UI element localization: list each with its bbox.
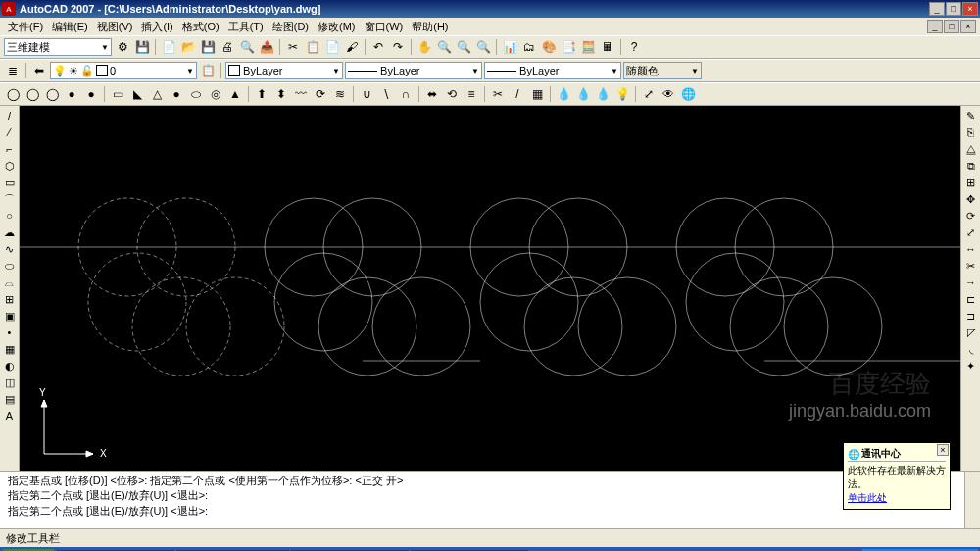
insert-block-icon[interactable]: ⊞ (2, 291, 18, 307)
ellipse-arc-icon[interactable]: ⌓ (2, 275, 18, 290)
subtract-icon[interactable]: ∖ (377, 85, 395, 103)
menu-help[interactable]: 帮助(H) (408, 18, 452, 36)
array-icon[interactable]: ⊞ (963, 175, 979, 190)
3dalign-icon[interactable]: ≡ (463, 85, 480, 103)
offset-icon[interactable]: ⧉ (963, 158, 979, 174)
wedge-icon[interactable]: ◣ (128, 85, 146, 103)
move-icon[interactable]: ✥ (963, 191, 979, 207)
xline-icon[interactable]: ∕ (2, 125, 18, 140)
layer-states-icon[interactable]: 📋 (199, 62, 217, 79)
polygon-icon[interactable]: ⬡ (2, 158, 18, 174)
presspull-icon[interactable]: ⬍ (272, 85, 290, 103)
layer-select[interactable]: 💡 ☀ 🔓 0▼ (50, 62, 197, 79)
plotstyle-select[interactable]: 随颜色▼ (623, 62, 702, 79)
ucs-icon[interactable]: ⤢ (640, 85, 658, 103)
layer-manager-icon[interactable]: ≣ (4, 62, 22, 79)
scale-icon[interactable]: ⤢ (963, 225, 979, 240)
redo-icon[interactable]: ↷ (389, 38, 407, 56)
open-icon[interactable]: 📂 (179, 38, 197, 56)
extend-icon[interactable]: → (963, 275, 979, 290)
loft-icon[interactable]: ≋ (331, 85, 349, 103)
copy-obj-icon[interactable]: ⎘ (963, 125, 979, 140)
workspace-settings-icon[interactable]: ⚙ (114, 38, 131, 56)
explode-icon[interactable]: ✦ (963, 358, 979, 374)
materials-icon[interactable]: 💧 (574, 85, 592, 103)
cut-icon[interactable]: ✂ (284, 38, 302, 56)
circle-icon[interactable]: ○ (2, 208, 18, 224)
rotate-icon[interactable]: ⟳ (963, 208, 979, 224)
workspace-select[interactable]: 三维建模▼ (4, 38, 112, 56)
line-icon[interactable]: / (2, 108, 18, 124)
torus-icon[interactable]: ◎ (207, 85, 224, 103)
matchprop-icon[interactable]: 🖌 (343, 38, 361, 56)
cylinder-icon[interactable]: ⬭ (187, 85, 205, 103)
designcenter-icon[interactable]: 🗂 (520, 38, 538, 56)
markup-icon[interactable]: 🧮 (579, 38, 597, 56)
new-icon[interactable]: 📄 (160, 38, 177, 56)
menu-edit[interactable]: 编辑(E) (48, 18, 92, 36)
3dmove-icon[interactable]: ⬌ (423, 85, 441, 103)
close-button[interactable]: × (962, 2, 978, 16)
extrude-icon[interactable]: ⬆ (253, 85, 270, 103)
calculator-icon[interactable]: 🖩 (599, 38, 616, 56)
arc-icon[interactable]: ⌒ (2, 191, 18, 207)
trim-icon[interactable]: ✂ (963, 258, 979, 274)
undo-icon[interactable]: ↶ (369, 38, 387, 56)
popup-link[interactable]: 单击此处 (848, 492, 887, 503)
make-block-icon[interactable]: ▣ (2, 308, 18, 324)
spline-icon[interactable]: ∿ (2, 241, 18, 257)
pyramid-icon[interactable]: ▲ (226, 85, 244, 103)
section-icon[interactable]: ✂ (489, 85, 507, 103)
flatshot-icon[interactable]: ▦ (528, 85, 546, 103)
minimize-button[interactable]: _ (929, 2, 945, 16)
vs-conceptual-icon[interactable]: ● (82, 85, 100, 103)
render-icon[interactable]: 💧 (555, 85, 572, 103)
union-icon[interactable]: ∪ (358, 85, 375, 103)
doc-close-button[interactable]: × (960, 20, 976, 33)
vs-2dwire-icon[interactable]: ◯ (4, 85, 22, 103)
menu-modify[interactable]: 修改(M) (314, 18, 360, 36)
menu-tools[interactable]: 工具(T) (224, 18, 268, 36)
slice-icon[interactable]: / (509, 85, 526, 103)
menu-draw[interactable]: 绘图(D) (269, 18, 313, 36)
ellipse-icon[interactable]: ⬭ (2, 258, 18, 274)
menu-insert[interactable]: 插入(I) (137, 18, 176, 36)
rectangle-icon[interactable]: ▭ (2, 175, 18, 190)
vs-hidden-icon[interactable]: ◯ (43, 85, 61, 103)
sphere-icon[interactable]: ● (168, 85, 185, 103)
menu-file[interactable]: 文件(F) (4, 18, 47, 36)
gradient-icon[interactable]: ◐ (2, 358, 18, 374)
pan-icon[interactable]: ✋ (416, 38, 433, 56)
view-icon[interactable]: 👁 (660, 85, 677, 103)
table-icon[interactable]: ▤ (2, 391, 18, 407)
intersect-icon[interactable]: ∩ (397, 85, 415, 103)
vs-realistic-icon[interactable]: ● (63, 85, 80, 103)
revolve-icon[interactable]: ⟳ (312, 85, 329, 103)
planar-icon[interactable]: 💧 (594, 85, 612, 103)
drawing-canvas[interactable]: X Y 百度经验 jingyan.baidu.com (20, 106, 960, 471)
toolpalette-icon[interactable]: 🎨 (540, 38, 558, 56)
box-icon[interactable]: ▭ (109, 85, 126, 103)
doc-minimize-button[interactable]: _ (927, 20, 943, 33)
publish-icon[interactable]: 📤 (258, 38, 275, 56)
zoom-previous-icon[interactable]: 🔍 (474, 38, 492, 56)
menu-view[interactable]: 视图(V) (93, 18, 137, 36)
chamfer-icon[interactable]: ◸ (963, 325, 979, 340)
popup-close-button[interactable]: × (937, 444, 949, 456)
sheetset-icon[interactable]: 📑 (560, 38, 577, 56)
hatch-icon[interactable]: ▦ (2, 341, 18, 357)
sweep-icon[interactable]: 〰 (292, 85, 310, 103)
copy-icon[interactable]: 📋 (304, 38, 321, 56)
menu-window[interactable]: 窗口(W) (361, 18, 408, 36)
erase-icon[interactable]: ✎ (963, 108, 979, 124)
plot-icon[interactable]: 🖨 (219, 38, 236, 56)
3drotate-icon[interactable]: ⟲ (443, 85, 461, 103)
zoom-window-icon[interactable]: 🔍 (455, 38, 472, 56)
doc-restore-button[interactable]: □ (944, 20, 959, 33)
linetype-select[interactable]: ByLayer▼ (345, 62, 482, 79)
properties-icon[interactable]: 📊 (501, 38, 518, 56)
revcloud-icon[interactable]: ☁ (2, 225, 18, 240)
cmd-scrollbar[interactable] (964, 472, 980, 528)
menu-format[interactable]: 格式(O) (178, 18, 223, 36)
mirror-icon[interactable]: ⧋ (963, 141, 979, 157)
